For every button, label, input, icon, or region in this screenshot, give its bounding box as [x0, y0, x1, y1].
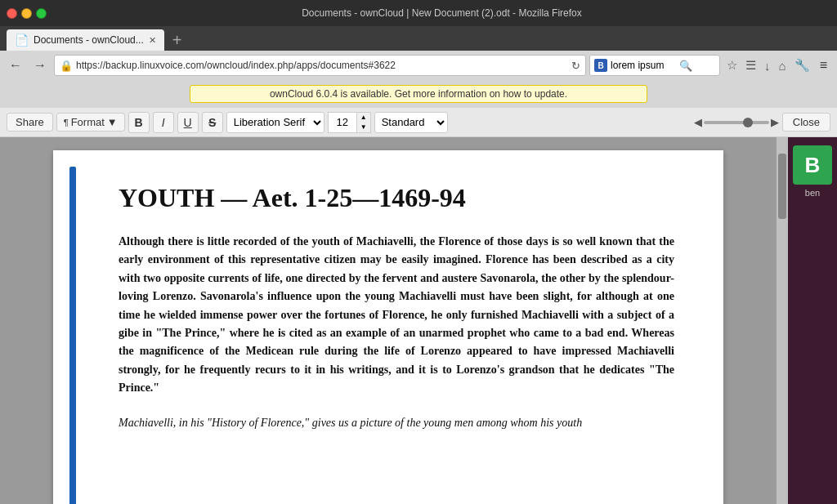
- browser-tab[interactable]: 📄 Documents - ownCloud... ✕: [7, 29, 164, 51]
- zoom-control: ◀ ▶: [694, 116, 779, 128]
- notification-text: ownCloud 6.0.4 is available. Get more in…: [270, 88, 567, 100]
- back-button[interactable]: ←: [5, 56, 26, 74]
- format-button[interactable]: ¶ Format ▼: [56, 113, 125, 132]
- zoom-thumb: [743, 118, 753, 127]
- url-text: https://backup.linuxvoice.com/owncloud/i…: [76, 60, 396, 71]
- document-toolbar: Share ¶ Format ▼ B I U S Liberation Seri…: [0, 108, 837, 137]
- paragraph-style-select[interactable]: Standard: [374, 112, 448, 133]
- scrollbar-thumb[interactable]: [778, 154, 786, 219]
- window-controls: [7, 8, 47, 19]
- home-button[interactable]: ⌂: [776, 57, 790, 74]
- reader-button[interactable]: ☰: [742, 56, 759, 74]
- tab-favicon: 📄: [15, 33, 29, 47]
- tab-label: Documents - ownCloud...: [34, 34, 144, 46]
- minimize-window-button[interactable]: [21, 8, 32, 19]
- maximize-window-button[interactable]: [36, 8, 47, 19]
- share-button[interactable]: Share: [7, 113, 53, 132]
- tab-close-button[interactable]: ✕: [149, 35, 156, 46]
- close-window-button[interactable]: [7, 8, 17, 19]
- navbar: ← → 🔒 https://backup.linuxvoice.com/ownc…: [0, 51, 837, 80]
- document-left-bar: [69, 167, 76, 504]
- document-title: YOUTH — Aet. 1-25—1469-94: [119, 183, 674, 213]
- zoom-in-button[interactable]: ▶: [771, 116, 779, 128]
- extension-button[interactable]: 🔧: [791, 56, 813, 74]
- menu-button[interactable]: ≡: [815, 56, 832, 74]
- tabbar: 📄 Documents - ownCloud... ✕ +: [0, 26, 837, 51]
- document-area: YOUTH — Aet. 1-25—1469-94 Although there…: [0, 137, 837, 504]
- lock-icon: 🔒: [60, 60, 73, 72]
- format-icon: ¶: [64, 118, 69, 127]
- titlebar: Documents - ownCloud | New Document (2).…: [0, 0, 837, 26]
- bold-button[interactable]: B: [128, 112, 150, 133]
- font-family-select[interactable]: Liberation Serif: [226, 112, 325, 133]
- download-button[interactable]: ↓: [761, 57, 774, 74]
- bookmark-button[interactable]: ☆: [723, 56, 741, 74]
- scrollbar[interactable]: [777, 137, 788, 504]
- zoom-out-button[interactable]: ◀: [694, 116, 702, 128]
- zoom-slider[interactable]: [704, 121, 769, 124]
- font-size-up[interactable]: ▲: [357, 113, 370, 123]
- format-dropdown-icon: ▼: [107, 116, 118, 128]
- font-size-arrows: ▲ ▼: [357, 112, 371, 133]
- nav-icons: ☆ ☰ ↓ ⌂ 🔧 ≡: [723, 56, 832, 74]
- close-button[interactable]: Close: [782, 113, 830, 132]
- reload-button[interactable]: ↻: [571, 60, 580, 72]
- format-label: Format: [71, 116, 105, 128]
- new-tab-button[interactable]: +: [168, 29, 187, 51]
- user-avatar[interactable]: B: [793, 145, 832, 185]
- font-size-down[interactable]: ▼: [357, 123, 370, 132]
- search-bar[interactable]: B 🔍: [589, 55, 720, 76]
- font-size-input[interactable]: [328, 112, 357, 133]
- notification-bar: ownCloud 6.0.4 is available. Get more in…: [190, 85, 647, 103]
- user-name: ben: [805, 188, 820, 198]
- search-go-button[interactable]: 🔍: [679, 60, 692, 72]
- font-size-control: ▲ ▼: [328, 112, 371, 133]
- underline-button[interactable]: U: [177, 112, 199, 133]
- document-body-paragraph: Although there is little recorded of the…: [119, 233, 674, 398]
- document-page[interactable]: YOUTH — Aet. 1-25—1469-94 Although there…: [53, 150, 723, 504]
- search-input[interactable]: [611, 60, 676, 71]
- url-bar[interactable]: 🔒 https://backup.linuxvoice.com/owncloud…: [54, 55, 586, 76]
- search-engine-icon: B: [594, 59, 607, 72]
- window-title: Documents - ownCloud | New Document (2).…: [53, 7, 830, 19]
- document-italic-paragraph: Machiavelli, in his "History of Florence…: [119, 414, 674, 432]
- forward-button[interactable]: →: [29, 56, 51, 74]
- strikethrough-button[interactable]: S: [202, 112, 223, 133]
- notification-wrapper: ownCloud 6.0.4 is available. Get more in…: [0, 80, 837, 108]
- italic-button[interactable]: I: [153, 112, 174, 133]
- document-content: YOUTH — Aet. 1-25—1469-94 Although there…: [0, 137, 777, 504]
- right-panel: B ben: [788, 137, 837, 504]
